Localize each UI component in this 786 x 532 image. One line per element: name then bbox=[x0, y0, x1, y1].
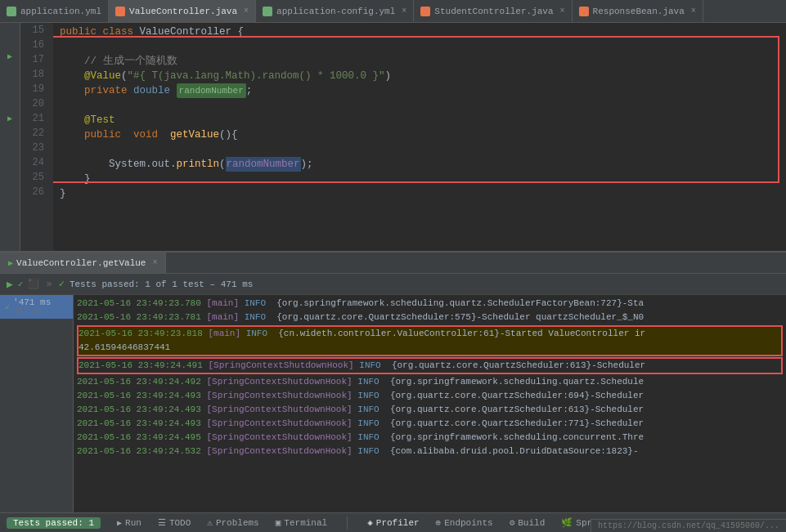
build-icon: ⚙ bbox=[510, 517, 515, 528]
run-tests-list: ✓ '471 ms 471 ms bbox=[0, 295, 73, 512]
line-numbers: 15 16 17 18 19 20 21 22 23 24 25 26 bbox=[20, 23, 53, 251]
code-line-16 bbox=[60, 39, 786, 54]
run-icon-small: ▶ bbox=[8, 258, 13, 268]
todo-label: TODO bbox=[169, 518, 191, 528]
run-stop-btn[interactable]: ⬛ bbox=[28, 279, 39, 289]
code-area[interactable]: public class ValueController { // 生成一个随机… bbox=[53, 23, 786, 251]
terminal-icon: ▣ bbox=[276, 517, 281, 528]
log-area[interactable]: 2021-05-16 23:49:23.780 [main] INFO {org… bbox=[74, 295, 786, 512]
spring-icon: 🌿 bbox=[561, 517, 573, 528]
tab-close4-icon[interactable]: × bbox=[691, 7, 696, 16]
editor-area: ▶ ▶ 15 16 17 18 19 20 21 22 23 24 25 26 … bbox=[0, 23, 786, 251]
code-line-15: public class ValueController { bbox=[60, 25, 786, 39]
line-num-22: 22 bbox=[20, 126, 48, 141]
status-profiler[interactable]: ◈ Profiler bbox=[367, 517, 419, 528]
tab-application-config[interactable]: application-config.yml × bbox=[256, 0, 414, 22]
line-num-15: 15 bbox=[20, 23, 48, 38]
run-panel: ▶ ValueController.getValue × ▶ ✓ ⬛ » ✓ T… bbox=[0, 251, 786, 512]
log-highlight-group2: 2021-05-16 23:49:24.491 [SpringContextSh… bbox=[77, 357, 783, 374]
url-hint: https://blog.csdn.net/qq_41595060/... bbox=[591, 519, 786, 532]
line-num-16: 16 bbox=[20, 38, 48, 52]
tab-close2-icon[interactable]: × bbox=[402, 7, 406, 16]
line-num-17: 17 bbox=[20, 52, 48, 67]
code-line-26: } bbox=[60, 186, 786, 201]
java3-icon bbox=[579, 7, 589, 16]
status-terminal[interactable]: ▣ Terminal bbox=[276, 517, 327, 528]
tab-label: ValueController.java bbox=[129, 7, 237, 16]
run-status-label: Run bbox=[125, 518, 141, 528]
problems-icon: ⚠ bbox=[207, 517, 213, 528]
problems-label: Problems bbox=[216, 518, 259, 528]
pass-check-icon: ✓ bbox=[59, 278, 65, 290]
tab-valuecontroller[interactable]: ValueController.java × bbox=[109, 0, 256, 22]
build-label: Build bbox=[518, 518, 545, 528]
profiler-icon: ◈ bbox=[367, 517, 373, 528]
tab-responsebean[interactable]: ResponseBean.java × bbox=[573, 0, 703, 22]
code-line-20 bbox=[60, 98, 786, 113]
run-tab-label: ValueController.getValue bbox=[16, 258, 146, 268]
java-icon bbox=[115, 7, 125, 16]
log-line-8: 2021-05-16 23:49:24.493 [SpringContextSh… bbox=[77, 417, 783, 431]
endpoints-label: Endpoints bbox=[444, 518, 492, 528]
log-line-10: 2021-05-16 23:49:24.532 [SpringContextSh… bbox=[77, 445, 783, 458]
log-highlight-group: 2021-05-16 23:49:23.818 [main] INFO {cn.… bbox=[77, 325, 783, 356]
run-content: ✓ '471 ms 471 ms 2021-05-16 23:49:23.780… bbox=[0, 295, 786, 512]
tab-application-yml[interactable]: application.yml bbox=[0, 0, 109, 22]
tests-passed-badge: Tests passed: 1 bbox=[7, 517, 101, 529]
java2-icon bbox=[420, 7, 430, 16]
profiler-label: Profiler bbox=[376, 518, 420, 528]
endpoints-icon: ⊕ bbox=[436, 517, 442, 528]
run-check-btn[interactable]: ✓ bbox=[18, 279, 24, 289]
line-num-23: 23 bbox=[20, 141, 48, 155]
tab-label: application-config.yml bbox=[276, 7, 395, 16]
test-item-label: '471 ms bbox=[13, 297, 51, 307]
line-num-24: 24 bbox=[20, 155, 48, 170]
status-bar: Tests passed: 1 ▶ Run ☰ TODO ⚠ Problems … bbox=[0, 512, 786, 532]
run-tab-close[interactable]: × bbox=[152, 258, 157, 267]
terminal-label: Terminal bbox=[284, 518, 327, 528]
test-item-time: 471 ms bbox=[13, 307, 51, 316]
test-item-main[interactable]: ✓ '471 ms 471 ms bbox=[0, 295, 73, 319]
run-status-icon: ▶ bbox=[117, 518, 122, 528]
run-info-text: Tests passed: 1 of 1 test – 471 ms bbox=[70, 279, 253, 289]
log-line-4: 2021-05-16 23:49:24.491 [SpringContextSh… bbox=[79, 359, 781, 373]
yaml-icon bbox=[7, 7, 16, 16]
code-line-23 bbox=[60, 142, 786, 157]
run-play-btn[interactable]: ▶ bbox=[7, 278, 13, 291]
log-line-9: 2021-05-16 23:49:24.495 [SpringContextSh… bbox=[77, 431, 783, 445]
log-line-5: 2021-05-16 23:49:24.492 [SpringContextSh… bbox=[77, 375, 783, 389]
code-line-17: // 生成一个随机数 bbox=[60, 54, 786, 69]
tab-close-icon[interactable]: × bbox=[244, 7, 249, 16]
status-problems[interactable]: ⚠ Problems bbox=[207, 517, 258, 528]
tab-label: application.yml bbox=[20, 7, 101, 16]
tab-close3-icon[interactable]: × bbox=[560, 7, 565, 16]
log-line-7: 2021-05-16 23:49:24.493 [SpringContextSh… bbox=[77, 403, 783, 417]
todo-icon: ☰ bbox=[158, 517, 166, 528]
log-line-1: 2021-05-16 23:49:23.780 [main] INFO {org… bbox=[77, 297, 783, 311]
code-line-19: private double randomNumber; bbox=[60, 83, 786, 98]
run-tab-bar: ▶ ValueController.getValue × bbox=[0, 253, 786, 274]
debug-gutter-icon[interactable]: ▶ bbox=[2, 111, 17, 126]
run-header-info: ▶ ✓ ⬛ » ✓ Tests passed: 1 of 1 test – 47… bbox=[0, 274, 786, 295]
yaml2-icon bbox=[263, 7, 272, 16]
line-num-20: 20 bbox=[20, 96, 48, 111]
line-num-18: 18 bbox=[20, 67, 48, 82]
test-pass-icon: ✓ bbox=[5, 302, 10, 312]
run-tab-active[interactable]: ▶ ValueController.getValue × bbox=[0, 253, 166, 273]
status-endpoints[interactable]: ⊕ Endpoints bbox=[436, 517, 493, 528]
line-num-26: 26 bbox=[20, 185, 48, 199]
run-gutter-icon[interactable]: ▶ bbox=[2, 49, 17, 64]
log-line-3: 2021-05-16 23:49:23.818 [main] INFO {cn.… bbox=[79, 327, 781, 341]
code-line-25: } bbox=[60, 172, 786, 186]
code-line-22: public void getValue(){ bbox=[60, 127, 786, 142]
status-todo[interactable]: ☰ TODO bbox=[158, 517, 191, 528]
status-separator bbox=[347, 516, 348, 530]
line-num-21: 21 bbox=[20, 111, 48, 126]
log-line-3b: 42.61594646837441 bbox=[79, 341, 781, 355]
status-build[interactable]: ⚙ Build bbox=[510, 517, 546, 528]
tab-studentcontroller[interactable]: StudentController.java × bbox=[414, 0, 572, 22]
tab-label: ResponseBean.java bbox=[593, 7, 685, 16]
tab-bar: application.yml ValueController.java × a… bbox=[0, 0, 786, 23]
status-run[interactable]: ▶ Run bbox=[117, 518, 141, 528]
log-line-6: 2021-05-16 23:49:24.493 [SpringContextSh… bbox=[77, 389, 783, 403]
